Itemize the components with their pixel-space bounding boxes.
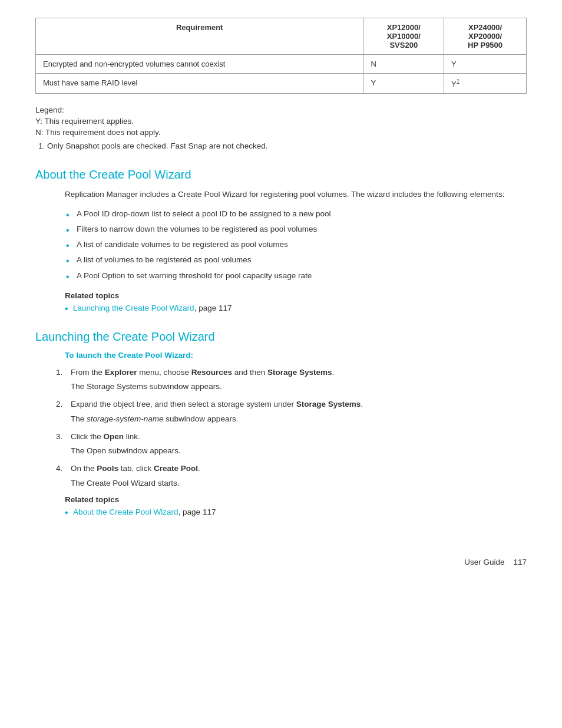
step2-italic: storage-system-name	[87, 414, 164, 423]
bullet-item: A list of candidate volumes to be regist…	[77, 239, 527, 251]
page-footer: User Guide 117	[35, 552, 527, 566]
about-intro-text: Replication Manager includes a Create Po…	[35, 189, 527, 200]
launching-wizard-link[interactable]: Launching the Create Pool Wizard	[73, 304, 194, 312]
about-link-suffix: , page 117	[194, 304, 232, 312]
about-related-topics-label: Related topics	[35, 291, 527, 300]
about-section-heading: About the Create Pool Wizard	[35, 168, 527, 182]
launching-related-link-item: About the Create Pool Wizard, page 117	[35, 508, 527, 516]
requirements-table: Requirement XP12000/ XP10000/ SVS200 XP2…	[35, 18, 527, 94]
step1-subtext: The Storage Systems subwindow appears.	[71, 381, 527, 393]
step2-subtext: The storage-system-name subwindow appear…	[71, 413, 527, 425]
legend-section: Legend: Y: This requirement applies. N: …	[35, 106, 527, 150]
step3-bold1: Open	[104, 432, 124, 441]
step4-subtext: The Create Pool Wizard starts.	[71, 477, 527, 489]
step-1: From the Explorer menu, choose Resources…	[65, 367, 527, 393]
legend-item-n: N: This requirement does not apply.	[35, 128, 527, 137]
table-cell-xp12-row1: N	[363, 55, 444, 74]
step-2: Expand the object tree, and then select …	[65, 398, 527, 425]
step1-bold3: Storage Systems	[267, 368, 332, 377]
table-cell-req2: Must have same RAID level	[36, 74, 363, 94]
legend-numbered-list: Only Snapshot pools are checked. Fast Sn…	[35, 141, 527, 150]
about-bullets-list: A Pool ID drop-down list to select a poo…	[35, 208, 527, 282]
legend-numbered-item: Only Snapshot pools are checked. Fast Sn…	[47, 141, 527, 150]
about-wizard-link[interactable]: About the Create Pool Wizard	[73, 508, 178, 516]
launching-sub-heading: To launch the Create Pool Wizard:	[35, 351, 527, 360]
step-3: Click the Open link. The Open subwindow …	[65, 431, 527, 457]
launching-steps-list: From the Explorer menu, choose Resources…	[35, 367, 527, 489]
bullet-item: A Pool Option to set warning threshold f…	[77, 270, 527, 282]
page-content: Requirement XP12000/ XP10000/ SVS200 XP2…	[35, 18, 527, 566]
legend-item-y: Y: This requirement applies.	[35, 117, 527, 126]
step3-subtext: The Open subwindow appears.	[71, 445, 527, 457]
table-header-xp24000: XP24000/ XP20000/ HP P9500	[444, 18, 527, 55]
table-cell-req1: Encrypted and non-encrypted volumes cann…	[36, 55, 363, 74]
step4-bold1: Pools	[97, 464, 118, 473]
step2-bold1: Storage Systems	[296, 400, 361, 409]
step1-bold1: Explorer	[105, 368, 137, 377]
table-row: Must have same RAID level Y Y1	[36, 74, 527, 94]
table-cell-xp24-row2: Y1	[444, 74, 527, 94]
launching-related-topics-label: Related topics	[35, 495, 527, 504]
launching-link-suffix: , page 117	[178, 508, 216, 516]
table-cell-xp12-row2: Y	[363, 74, 444, 94]
table-header-requirement: Requirement	[36, 18, 363, 55]
table-cell-xp24-row1: Y	[444, 55, 527, 74]
step-4: On the Pools tab, click Create Pool. The…	[65, 463, 527, 489]
step4-bold2: Create Pool	[154, 464, 198, 473]
launching-section-heading: Launching the Create Pool Wizard	[35, 330, 527, 344]
footer-label: User Guide	[464, 558, 504, 566]
step1-bold2: Resources	[191, 368, 232, 377]
bullet-item: A list of volumes to be registered as po…	[77, 254, 527, 266]
table-row: Encrypted and non-encrypted volumes cann…	[36, 55, 527, 74]
table-header-xp12000: XP12000/ XP10000/ SVS200	[363, 18, 444, 55]
bullet-item: Filters to narrow down the volumes to be…	[77, 223, 527, 235]
about-related-link-item: Launching the Create Pool Wizard, page 1…	[35, 304, 527, 312]
page-number: 117	[513, 558, 527, 566]
footnote-superscript: 1	[457, 78, 460, 85]
bullet-item: A Pool ID drop-down list to select a poo…	[77, 208, 527, 220]
legend-label: Legend:	[35, 106, 527, 114]
